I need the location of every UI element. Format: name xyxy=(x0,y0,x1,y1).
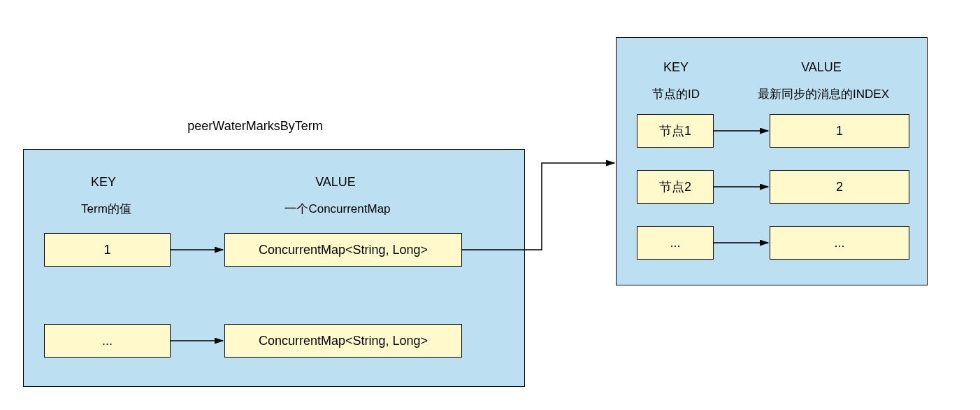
left-key-sub: Term的值 xyxy=(75,201,138,217)
right-key-header: KEY xyxy=(655,60,697,75)
left-value-header: VALUE xyxy=(308,175,363,190)
right-value-sub: 最新同步的消息的INDEX xyxy=(757,86,890,102)
right-value-cell: 1 xyxy=(770,114,909,148)
right-key-cell: ... xyxy=(637,226,714,260)
right-key-sub: 节点的ID xyxy=(651,86,700,102)
right-key-cell: 节点1 xyxy=(637,114,714,148)
left-value-sub: 一个ConcurrentMap xyxy=(282,201,394,217)
left-key-cell: 1 xyxy=(44,233,171,267)
left-value-cell: ConcurrentMap<String, Long> xyxy=(224,233,462,267)
right-value-cell: 2 xyxy=(770,170,909,204)
diagram-title: peerWaterMarksByTerm xyxy=(182,119,329,134)
right-key-cell: 节点2 xyxy=(637,170,714,204)
left-value-cell: ConcurrentMap<String, Long> xyxy=(224,324,462,358)
right-value-header: VALUE xyxy=(793,60,849,75)
left-key-header: KEY xyxy=(82,175,124,190)
right-value-cell: ... xyxy=(770,226,909,260)
left-key-cell: ... xyxy=(44,324,171,358)
